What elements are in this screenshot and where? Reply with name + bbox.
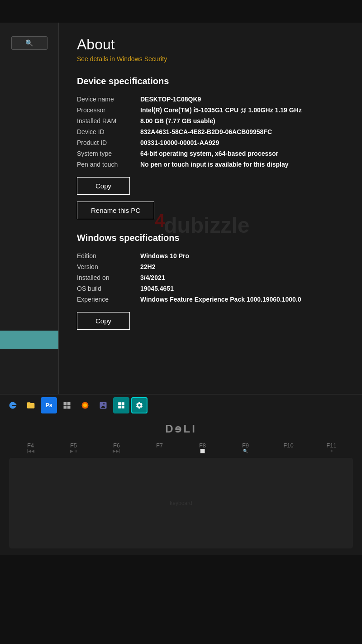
- page-subtitle[interactable]: See details in Windows Security: [77, 55, 344, 62]
- spec-value: 3/4/2021: [140, 274, 165, 281]
- fkey-f6[interactable]: F6▶▶|: [108, 442, 126, 453]
- spec-value: 22H2: [140, 263, 155, 270]
- spec-value: 832A4631-58CA-4E82-B2D9-06ACB09958FC: [140, 128, 272, 135]
- page-title: About: [77, 36, 344, 53]
- windows-specs-title: Windows specifications: [77, 233, 344, 243]
- spec-label: Pen and touch: [77, 161, 140, 168]
- sidebar-accent: [0, 331, 58, 349]
- spec-row: Installed RAM 8.00 GB (7.77 GB usable): [77, 117, 344, 125]
- taskbar-ps-icon[interactable]: Ps: [41, 397, 57, 413]
- fkey-f4[interactable]: F4|◀◀: [22, 442, 40, 453]
- spec-value: 64-bit operating system, x64-based proce…: [140, 150, 278, 157]
- spec-row: Pen and touch No pen or touch input is a…: [77, 161, 344, 168]
- spec-label: Installed on: [77, 274, 140, 281]
- spec-row: Experience Windows Feature Experience Pa…: [77, 296, 344, 303]
- spec-row: Processor Intel(R) Core(TM) i5-1035G1 CP…: [77, 106, 344, 114]
- spec-label: Edition: [77, 252, 140, 260]
- spec-row: System type 64-bit operating system, x64…: [77, 150, 344, 157]
- fkey-f9[interactable]: F9🔍: [237, 442, 255, 453]
- spec-label: Product ID: [77, 139, 140, 146]
- spec-row: Edition Windows 10 Pro: [77, 252, 344, 260]
- svg-rect-3: [122, 402, 124, 405]
- taskbar-grid-icon[interactable]: [59, 397, 75, 413]
- spec-row: Product ID 00331-10000-00001-AA929: [77, 139, 344, 146]
- laptop-top-bezel: [0, 0, 362, 23]
- spec-value: Intel(R) Core(TM) i5-1035G1 CPU @ 1.00GH…: [140, 106, 302, 114]
- spec-value: Windows 10 Pro: [140, 252, 189, 260]
- spec-row: Installed on 3/4/2021: [77, 274, 344, 281]
- spec-value: 00331-10000-00001-AA929: [140, 139, 219, 146]
- spec-label: Processor: [77, 106, 140, 114]
- taskbar-settings-icon[interactable]: [131, 397, 148, 413]
- svg-rect-4: [118, 405, 121, 408]
- taskbar-teams-icon[interactable]: [95, 397, 111, 413]
- svg-rect-2: [118, 402, 121, 405]
- sidebar: 🔍: [0, 23, 59, 394]
- fkey-f7[interactable]: F7: [151, 442, 169, 453]
- main-content: About See details in Windows Security De…: [59, 23, 362, 394]
- function-keys-row: F4|◀◀F5▶ IIF6▶▶|F7F8⬜F9🔍F10F11☀: [9, 442, 353, 453]
- sidebar-search[interactable]: 🔍: [11, 36, 48, 50]
- taskbar-edge-icon[interactable]: [5, 397, 21, 413]
- svg-point-1: [83, 403, 87, 407]
- screen: 🔍 About See details in Windows Security …: [0, 23, 362, 394]
- spec-label: OS build: [77, 285, 140, 292]
- spec-value: Windows Feature Experience Pack 1000.190…: [140, 296, 301, 303]
- device-specs-title: Device specifications: [77, 76, 344, 87]
- fkey-f8[interactable]: F8⬜: [194, 442, 212, 453]
- taskbar-teal-icon[interactable]: [113, 397, 129, 413]
- spec-value: DESKTOP-1C08QK9: [140, 96, 201, 103]
- spec-label: System type: [77, 150, 140, 157]
- spec-row: Device name DESKTOP-1C08QK9: [77, 96, 344, 103]
- svg-rect-5: [122, 405, 124, 408]
- keyboard-area: keyboard: [9, 458, 353, 548]
- spec-label: Version: [77, 263, 140, 270]
- rename-pc-button[interactable]: Rename this PC: [77, 202, 154, 219]
- device-specs-table: Device name DESKTOP-1C08QK9 Processor In…: [77, 96, 344, 168]
- spec-value: 8.00 GB (7.77 GB usable): [140, 117, 215, 125]
- spec-label: Installed RAM: [77, 117, 140, 125]
- device-copy-button[interactable]: Copy: [77, 177, 130, 195]
- taskbar-folder-icon[interactable]: [23, 397, 39, 413]
- spec-label: Experience: [77, 296, 140, 303]
- spec-label: Device ID: [77, 128, 140, 135]
- taskbar-firefox-icon[interactable]: [77, 397, 93, 413]
- spec-value: No pen or touch input is available for t…: [140, 161, 289, 168]
- spec-value: 19045.4651: [140, 285, 174, 292]
- spec-label: Device name: [77, 96, 140, 103]
- fkey-f11[interactable]: F11☀: [323, 442, 341, 453]
- fkey-f5[interactable]: F5▶ II: [65, 442, 83, 453]
- spec-row: Version 22H2: [77, 263, 344, 270]
- spec-row: Device ID 832A4631-58CA-4E82-B2D9-06ACB0…: [77, 128, 344, 135]
- dell-logo: DɘLI: [9, 423, 353, 435]
- taskbar: Ps: [0, 394, 362, 416]
- laptop-keyboard-area: DɘLI F4|◀◀F5▶ IIF6▶▶|F7F8⬜F9🔍F10F11☀ key…: [0, 416, 362, 555]
- bottom-area: [0, 555, 362, 644]
- search-icon: 🔍: [25, 39, 33, 47]
- windows-specs-table: Edition Windows 10 Pro Version 22H2 Inst…: [77, 252, 344, 303]
- fkey-f10[interactable]: F10: [280, 442, 298, 453]
- spec-row: OS build 19045.4651: [77, 285, 344, 292]
- windows-copy-button[interactable]: Copy: [77, 312, 130, 330]
